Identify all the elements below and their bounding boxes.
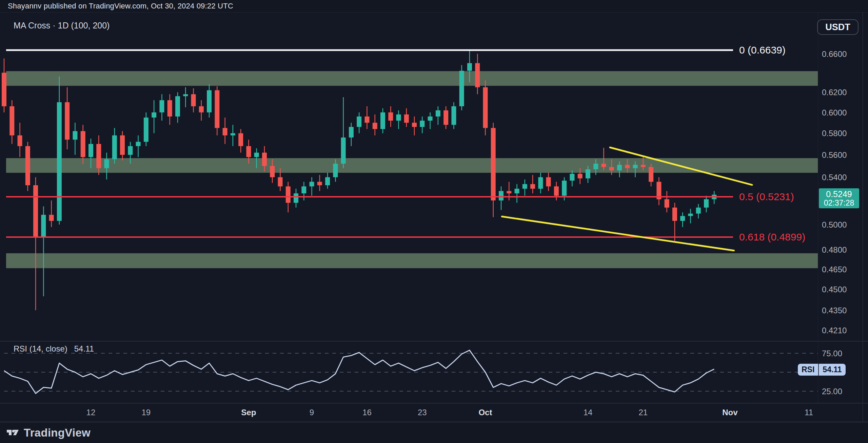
candle-body	[231, 133, 235, 135]
candle-body	[530, 184, 535, 189]
sr-zone	[6, 71, 818, 86]
candle-body	[81, 131, 85, 157]
candle-body	[380, 112, 385, 129]
candle-body	[617, 165, 622, 171]
candle-body	[665, 199, 669, 208]
candle-body	[104, 159, 109, 168]
tradingview-snapshot: Shayannv published on TradingView.com, O…	[0, 0, 868, 443]
candle-body	[499, 191, 504, 201]
indicator-legend: MA Cross · 1D (100, 200)	[14, 21, 110, 30]
candle-body	[396, 114, 401, 121]
price-scale[interactable]: 0.66000.62000.60000.58000.56000.54000.50…	[822, 49, 847, 396]
candle-body	[475, 63, 480, 87]
candle-body	[33, 185, 38, 237]
candle-body	[649, 167, 653, 182]
candle-body	[25, 146, 30, 185]
rsi-value-badge[interactable]: RSI 54.11	[798, 364, 846, 376]
candle-body	[420, 121, 425, 127]
last-price-badge[interactable]: 0.5249 02:37:28	[819, 188, 859, 208]
candle-body	[270, 166, 275, 177]
candle-body	[310, 182, 314, 187]
candle-body	[183, 94, 188, 96]
tradingview-logo-icon[interactable]	[6, 427, 20, 438]
candle-body	[680, 216, 685, 221]
candle-body	[73, 131, 77, 140]
candle-body	[546, 177, 551, 186]
price-tick-label: 0.6000	[822, 108, 847, 117]
footer-bar: TradingView	[0, 422, 868, 443]
candle-body	[238, 133, 243, 146]
candle-body	[246, 146, 251, 157]
price-tick-label: 0.4800	[822, 245, 847, 254]
candle-body	[428, 117, 433, 121]
rsi-legend-value: 54.11	[74, 344, 94, 353]
candle-body	[491, 128, 496, 201]
price-tick-label: 0.5800	[822, 129, 847, 138]
candle-body	[286, 186, 291, 203]
candle-body	[175, 96, 180, 117]
candle-body	[215, 90, 219, 128]
time-scale[interactable]: 1219Sep91623Oct1421Nov11	[86, 408, 813, 417]
rsi-tick-label: 75.00	[822, 349, 842, 358]
candle-body	[459, 71, 464, 106]
candle-body	[696, 208, 701, 214]
candle-body	[349, 127, 354, 138]
rsi-legend: RSI (14, close)54.11	[14, 344, 94, 354]
candle-body	[704, 199, 709, 208]
candle-body	[325, 177, 330, 185]
candle-body	[88, 144, 93, 157]
candle-body	[562, 181, 567, 196]
candle-body	[593, 164, 598, 169]
currency-toggle-button[interactable]: USDT	[817, 19, 859, 35]
fib-level-618-label: 0.618 (0.4899)	[739, 231, 805, 243]
price-tick-label: 0.5400	[822, 173, 847, 182]
candle-body	[404, 114, 409, 123]
bar-countdown: 02:37:28	[819, 199, 859, 208]
candle-body	[65, 102, 70, 140]
time-tick-label: Nov	[722, 408, 738, 417]
candle-body	[609, 167, 614, 170]
candles	[2, 50, 716, 310]
price-tick-label: 0.5000	[822, 220, 847, 229]
sr-zone	[6, 253, 818, 268]
candle-body	[672, 208, 677, 221]
candle-body	[41, 215, 46, 237]
candle-body	[641, 165, 646, 167]
candle-body	[152, 112, 156, 118]
candle-body	[443, 110, 448, 125]
candle-body	[412, 123, 417, 127]
candle-body	[515, 189, 519, 193]
rsi-line	[4, 350, 714, 394]
rsi-legend-title: RSI (14, close)	[14, 344, 67, 353]
candle-body	[223, 128, 228, 135]
candle-body	[554, 186, 559, 196]
time-tick-label: 23	[418, 408, 427, 417]
rsi-badge-value: 54.11	[819, 364, 845, 376]
time-tick-label: 12	[86, 408, 96, 417]
candle-body	[357, 117, 361, 127]
candle-body	[633, 165, 638, 168]
candle-body	[18, 135, 22, 146]
candle-body	[159, 100, 164, 112]
chart-canvas[interactable]: 0.66000.62000.60000.58000.56000.54000.50…	[0, 0, 868, 422]
candle-body	[483, 87, 488, 128]
candle-body	[586, 169, 590, 178]
candle-body	[436, 110, 440, 117]
price-tick-label: 0.4210	[822, 326, 847, 335]
time-tick-label: Sep	[241, 408, 256, 417]
price-tick-label: 0.5600	[822, 150, 847, 160]
rsi-badge-label: RSI	[798, 364, 818, 376]
time-tick-label: 9	[310, 408, 314, 417]
candle-body	[373, 123, 377, 129]
rsi-tick-label: 25.00	[822, 387, 842, 396]
candle-body	[570, 174, 574, 181]
candle-body	[49, 215, 54, 221]
tradingview-brand-text[interactable]: TradingView	[24, 426, 91, 439]
fib-level-0-label: 0 (0.6639)	[739, 44, 786, 56]
candle-body	[199, 106, 204, 112]
candle-body	[364, 117, 369, 123]
time-tick-label: 11	[805, 408, 813, 417]
candle-body	[144, 118, 149, 142]
last-price-value: 0.5249	[819, 189, 859, 199]
candle-body	[294, 193, 298, 203]
